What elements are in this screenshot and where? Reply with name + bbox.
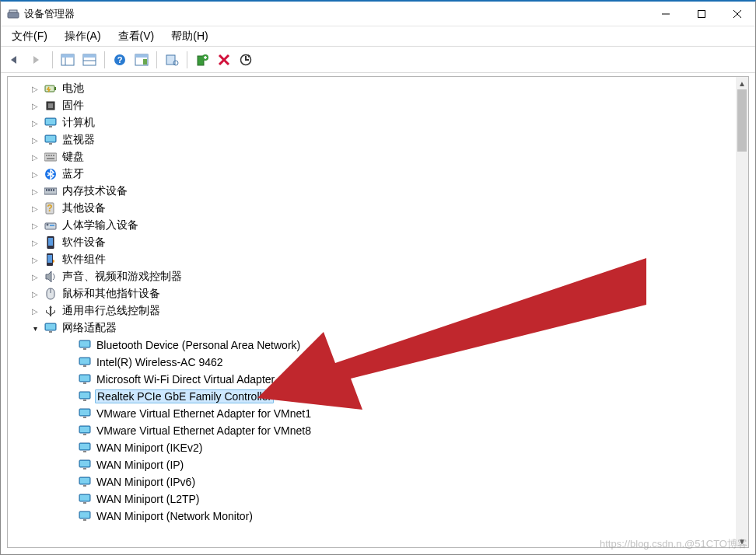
expand-icon[interactable]: ▷ [30, 273, 40, 281]
svg-rect-27 [54, 87, 56, 90]
chip-icon [44, 99, 58, 112]
usb-icon [44, 305, 58, 317]
network-adapter-item[interactable]: WAN Miniport (IPv6) [8, 473, 736, 490]
network-adapter-item[interactable]: Microsoft Wi-Fi Direct Virtual Adapter [8, 371, 736, 388]
tree-item-monitor[interactable]: ▷监视器 [8, 131, 736, 148]
svg-rect-70 [83, 382, 86, 384]
tree-item-puzzle[interactable]: ▷软件组件 [8, 251, 736, 268]
tree-item-label: 键盘 [61, 150, 86, 164]
network-adapter-item[interactable]: VMware Virtual Ethernet Adapter for VMne… [8, 422, 736, 439]
uninstall-button[interactable] [214, 50, 234, 70]
expand-icon[interactable]: ▷ [30, 85, 40, 93]
device-tree[interactable]: ▷电池▷固件▷计算机▷监视器▷键盘▷蓝牙▷内存技术设备▷?其他设备▷人体学输入设… [8, 77, 736, 547]
view-details-button[interactable] [131, 50, 152, 70]
network-adapter-item[interactable]: WAN Miniport (Network Monitor) [8, 508, 736, 525]
svg-rect-76 [83, 417, 86, 418]
menu-help[interactable]: 帮助(H) [168, 28, 211, 45]
svg-rect-29 [48, 103, 53, 108]
expand-icon[interactable]: ▷ [30, 119, 40, 127]
expand-icon[interactable]: ▷ [30, 222, 40, 230]
separator [52, 51, 53, 68]
svg-rect-10 [83, 54, 96, 58]
network-adapter-item[interactable]: Realtek PCIe GbE Family Controller [8, 388, 736, 405]
tree-item-monitor[interactable]: ▷计算机 [8, 114, 736, 131]
tree-item-memory[interactable]: ▷内存技术设备 [8, 183, 736, 200]
tree-item-chip[interactable]: ▷固件 [8, 97, 736, 114]
tree-item-network-adapters[interactable]: ▾网络适配器 [8, 319, 736, 337]
expand-icon[interactable]: ▷ [30, 170, 40, 179]
svg-rect-7 [61, 54, 74, 58]
adapter-label: WAN Miniport (IKEv2) [95, 442, 204, 454]
network-adapter-icon [78, 493, 92, 505]
network-adapter-item[interactable]: WAN Miniport (IP) [8, 456, 736, 473]
svg-rect-69 [80, 375, 89, 381]
view-list-button[interactable] [79, 50, 100, 70]
add-hardware-button[interactable] [192, 50, 212, 70]
phone-icon [44, 236, 58, 249]
tree-item-phone[interactable]: ▷软件设备 [8, 234, 736, 251]
expand-icon[interactable]: ▷ [30, 102, 40, 110]
toolbar: ? [1, 47, 755, 73]
adapter-label: Realtek PCIe GbE Family Controller [95, 389, 274, 403]
scroll-up-arrow[interactable]: ▲ [736, 77, 748, 89]
svg-rect-15 [135, 54, 148, 58]
tree-item-battery[interactable]: ▷电池 [8, 80, 736, 97]
expand-icon[interactable]: ▷ [30, 204, 40, 213]
network-adapter-item[interactable]: Bluetooth Device (Personal Area Network) [8, 337, 736, 354]
tree-item-label: 网络适配器 [61, 321, 118, 335]
minimize-button[interactable] [648, 2, 684, 26]
network-adapter-icon [78, 339, 92, 351]
svg-rect-56 [47, 255, 52, 263]
tree-item-question[interactable]: ▷?其他设备 [8, 200, 736, 217]
menu-bar: 文件(F) 操作(A) 查看(V) 帮助(H) [1, 26, 755, 47]
puzzle-icon [44, 253, 58, 266]
monitor-icon [44, 117, 58, 129]
tree-item-keyboard[interactable]: ▷键盘 [8, 148, 736, 166]
device-tree-panel: ▷电池▷固件▷计算机▷监视器▷键盘▷蓝牙▷内存技术设备▷?其他设备▷人体学输入设… [7, 76, 749, 548]
tree-item-hid[interactable]: ▷人体学输入设备 [8, 217, 736, 234]
expand-icon[interactable]: ▷ [30, 307, 40, 316]
network-adapter-item[interactable]: VMware Virtual Ethernet Adapter for VMne… [8, 405, 736, 422]
svg-rect-82 [83, 451, 86, 452]
scroll-thumb[interactable] [737, 89, 747, 152]
bluetooth-icon [44, 168, 58, 180]
network-adapter-item[interactable]: Intel(R) Wireless-AC 9462 [8, 354, 736, 371]
battery-icon [44, 82, 58, 95]
collapse-icon[interactable]: ▾ [30, 324, 40, 333]
menu-file[interactable]: 文件(F) [9, 28, 51, 45]
app-icon [7, 8, 19, 20]
expand-icon[interactable]: ▷ [30, 136, 40, 145]
network-adapter-icon [78, 390, 92, 403]
expand-icon[interactable]: ▷ [30, 153, 40, 162]
tree-item-bluetooth[interactable]: ▷蓝牙 [8, 166, 736, 183]
close-button[interactable] [719, 2, 755, 26]
menu-action[interactable]: 操作(A) [61, 28, 104, 45]
tree-item-label: 通用串行总线控制器 [61, 304, 162, 318]
vertical-scrollbar[interactable]: ▲ ▼ [736, 77, 748, 547]
svg-rect-87 [80, 478, 89, 483]
network-adapter-item[interactable]: WAN Miniport (IKEv2) [8, 439, 736, 456]
scroll-down-arrow[interactable]: ▼ [736, 535, 748, 547]
monitor-icon [44, 322, 58, 334]
menu-view[interactable]: 查看(V) [115, 28, 158, 45]
tree-item-usb[interactable]: ▷通用串行总线控制器 [8, 302, 736, 319]
expand-icon[interactable]: ▷ [30, 256, 40, 264]
refresh-button[interactable] [236, 50, 256, 70]
expand-icon[interactable]: ▷ [30, 239, 40, 247]
network-adapter-icon [78, 373, 92, 386]
scan-hardware-button[interactable] [162, 50, 182, 70]
expand-icon[interactable]: ▷ [30, 290, 40, 298]
forward-button[interactable] [27, 50, 47, 70]
back-button[interactable] [5, 50, 26, 70]
help-button[interactable]: ? [110, 50, 130, 70]
tree-item-mouse[interactable]: ▷鼠标和其他指针设备 [8, 285, 736, 302]
maximize-button[interactable] [684, 2, 719, 26]
view-panel-button[interactable] [58, 50, 78, 70]
adapter-label: Bluetooth Device (Personal Area Network) [95, 339, 302, 351]
expand-icon[interactable]: ▷ [30, 187, 40, 196]
mouse-icon [44, 288, 58, 300]
tree-item-label: 其他设备 [61, 201, 107, 215]
svg-rect-94 [83, 519, 86, 521]
network-adapter-item[interactable]: WAN Miniport (L2TP) [8, 490, 736, 508]
tree-item-speaker[interactable]: ▷声音、视频和游戏控制器 [8, 268, 736, 285]
